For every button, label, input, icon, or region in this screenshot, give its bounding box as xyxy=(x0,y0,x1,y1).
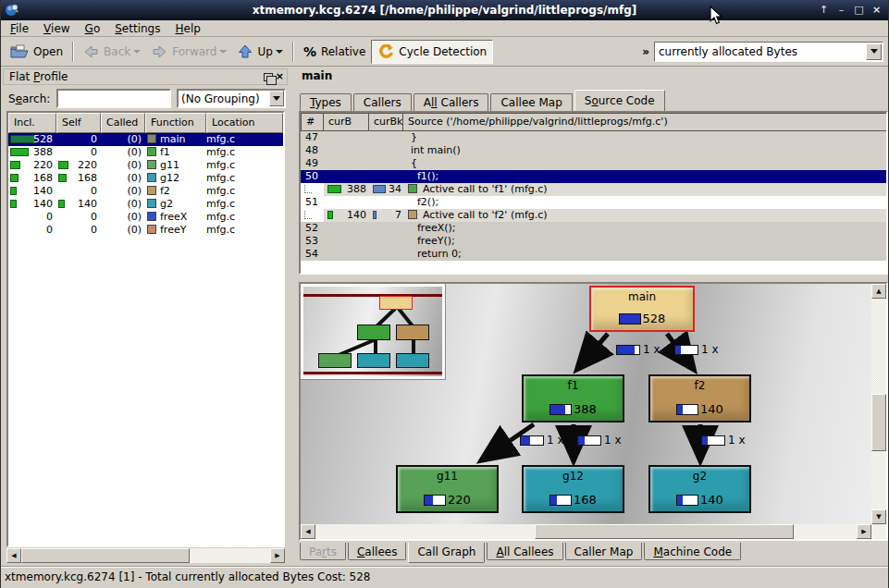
column-self[interactable]: Self xyxy=(56,113,101,133)
graph-node-g12[interactable]: g12 168 xyxy=(522,465,624,513)
mini-node-g11 xyxy=(318,353,352,368)
up-dropdown-icon[interactable] xyxy=(276,50,283,57)
tab-callee-map[interactable]: Callee Map xyxy=(490,93,572,111)
table-row-freeX[interactable]: 0 0 (0) freeX mfg.c xyxy=(8,211,283,224)
scroll-right-icon[interactable]: ▶ xyxy=(270,548,285,563)
menu-settings[interactable]: Settings xyxy=(107,21,167,36)
scrollbar-corner xyxy=(871,524,886,539)
source-line-selected[interactable]: 50 f1(); xyxy=(301,170,886,183)
title-bar: xtmemory.kcg.6274 [/home/philippe/valgri… xyxy=(1,0,888,20)
column-incl[interactable]: Incl. xyxy=(8,113,56,133)
source-line[interactable]: 53 freeY(); xyxy=(301,235,886,248)
menu-view[interactable]: View xyxy=(36,21,77,36)
open-label: Open xyxy=(33,45,63,58)
tab-call-graph[interactable]: Call Graph xyxy=(408,543,485,563)
table-row-g2[interactable]: 140 140 (0) g2 mfg.c xyxy=(8,198,283,211)
graph-node-g11[interactable]: g11 220 xyxy=(396,465,499,513)
tab-caller-map[interactable]: Caller Map xyxy=(565,543,643,560)
column-function[interactable]: Function xyxy=(145,113,206,133)
scroll-track[interactable] xyxy=(21,548,270,563)
graph-node-main[interactable]: main 528 xyxy=(589,286,695,332)
column-location[interactable]: Location xyxy=(206,113,283,133)
scroll-left-icon[interactable]: ◀ xyxy=(301,524,315,539)
source-header: # curB curBk Source ('/home/philippe/val… xyxy=(301,113,886,131)
column-curb[interactable]: curB xyxy=(323,113,369,131)
scroll-left-icon[interactable]: ◀ xyxy=(6,548,21,563)
forward-button[interactable]: Forward xyxy=(146,40,232,64)
source-call-annotation[interactable]: 388 34 Active call to 'f1' (mfg.c) xyxy=(301,183,886,196)
call-graph-canvas[interactable]: main 528 f1 388 f2 140 g11 220 g12 168 xyxy=(301,284,871,524)
back-button[interactable]: Back xyxy=(78,40,146,64)
tab-all-callees[interactable]: All Callees xyxy=(487,543,562,560)
source-line[interactable]: 47} xyxy=(301,131,886,144)
menu-help[interactable]: Help xyxy=(167,21,207,36)
table-row-g11[interactable]: 220 220 (0) g11 mfg.c xyxy=(8,159,283,172)
scroll-thumb[interactable] xyxy=(535,524,794,539)
function-color-icon xyxy=(408,184,417,193)
cost-bar xyxy=(549,404,572,415)
scroll-up-icon[interactable]: ▲ xyxy=(871,284,886,299)
minimize-button[interactable]: – xyxy=(833,3,849,18)
search-input[interactable] xyxy=(56,89,171,108)
tab-types[interactable]: Types xyxy=(300,93,352,111)
grouping-select[interactable]: (No Grouping) xyxy=(177,89,286,108)
event-type-dropdown-icon[interactable] xyxy=(866,43,882,60)
column-curbk[interactable]: curBk xyxy=(368,113,403,131)
scroll-thumb[interactable] xyxy=(871,394,886,451)
call-edge-label: 1 x xyxy=(616,343,661,356)
tab-machine-code[interactable]: Machine Code xyxy=(644,543,741,560)
tab-callees[interactable]: Callees xyxy=(348,543,406,560)
scroll-right-icon[interactable]: ▶ xyxy=(857,524,871,539)
table-row-freeY[interactable]: 0 0 (0) freeY mfg.c xyxy=(8,224,283,237)
flat-profile-header: Incl. Self Called Function Location xyxy=(8,113,283,133)
table-row-f2[interactable]: 140 0 (0) f2 mfg.c xyxy=(8,185,283,198)
source-line[interactable]: 51 f2(); xyxy=(301,196,886,209)
menu-go[interactable]: Go xyxy=(78,21,108,36)
graph-vscrollbar[interactable]: ▲ ▼ xyxy=(871,284,886,524)
tab-parts[interactable]: Parts xyxy=(300,543,346,560)
cycle-detection-label: Cycle Detection xyxy=(399,45,487,58)
grouping-dropdown-icon[interactable] xyxy=(269,91,284,106)
forward-dropdown-icon[interactable] xyxy=(219,50,227,57)
source-line[interactable]: 54 return 0; xyxy=(301,248,886,261)
cycle-detection-button[interactable]: Cycle Detection xyxy=(371,40,493,64)
column-line-number[interactable]: # xyxy=(301,113,324,131)
scroll-down-icon[interactable]: ▼ xyxy=(871,509,886,524)
toolbar-overflow-chevron[interactable]: » xyxy=(637,45,654,58)
table-row-main[interactable]: 528 0 (0) main mfg.c xyxy=(8,133,283,146)
graph-node-g2[interactable]: g2 140 xyxy=(648,465,751,513)
tab-all-callers[interactable]: All Callers xyxy=(414,93,489,111)
table-row-g12[interactable]: 168 168 (0) g12 mfg.c xyxy=(8,172,283,185)
dock-float-icon[interactable] xyxy=(264,73,273,81)
open-button[interactable]: Open xyxy=(5,40,68,64)
graph-hscrollbar[interactable]: ◀ ▶ xyxy=(301,524,871,539)
graph-node-f1[interactable]: f1 388 xyxy=(522,374,624,423)
graph-overview-minimap[interactable] xyxy=(301,284,445,379)
table-row-f1[interactable]: 388 0 (0) f1 mfg.c xyxy=(8,146,283,159)
mini-node-f1 xyxy=(357,325,390,340)
source-call-annotation[interactable]: 140 7 Active call to 'f2' (mfg.c) xyxy=(301,209,886,222)
column-called[interactable]: Called xyxy=(101,113,145,133)
column-source[interactable]: Source ('/home/philippe/valgrind/littlep… xyxy=(402,113,887,131)
shade-button[interactable]: ↑ xyxy=(816,3,832,18)
graph-node-f2[interactable]: f2 140 xyxy=(648,374,751,423)
scroll-thumb[interactable] xyxy=(21,548,190,563)
source-line[interactable]: 49{ xyxy=(301,157,886,170)
percent-icon: % xyxy=(303,44,316,59)
relative-button[interactable]: % Relative xyxy=(298,40,371,64)
up-button[interactable]: Up xyxy=(232,40,288,64)
back-dropdown-icon[interactable] xyxy=(133,50,141,57)
source-line[interactable]: 48int main() xyxy=(301,144,886,157)
close-button[interactable]: × xyxy=(869,3,884,18)
relative-label: Relative xyxy=(321,45,365,58)
event-type-select[interactable]: currently allocated Bytes xyxy=(654,42,883,62)
maximize-button[interactable]: □ xyxy=(851,3,867,18)
source-line[interactable]: 52 freeX(); xyxy=(301,222,886,235)
dock-close-icon[interactable]: × xyxy=(276,72,284,81)
tab-callers[interactable]: Callers xyxy=(353,93,412,111)
flat-profile-hscrollbar[interactable]: ◀ ▶ xyxy=(6,548,285,563)
function-color-icon xyxy=(147,225,156,234)
toolbar-separator xyxy=(72,42,74,62)
menu-file[interactable]: File xyxy=(3,21,36,36)
tab-source-code[interactable]: Source Code xyxy=(574,90,665,111)
